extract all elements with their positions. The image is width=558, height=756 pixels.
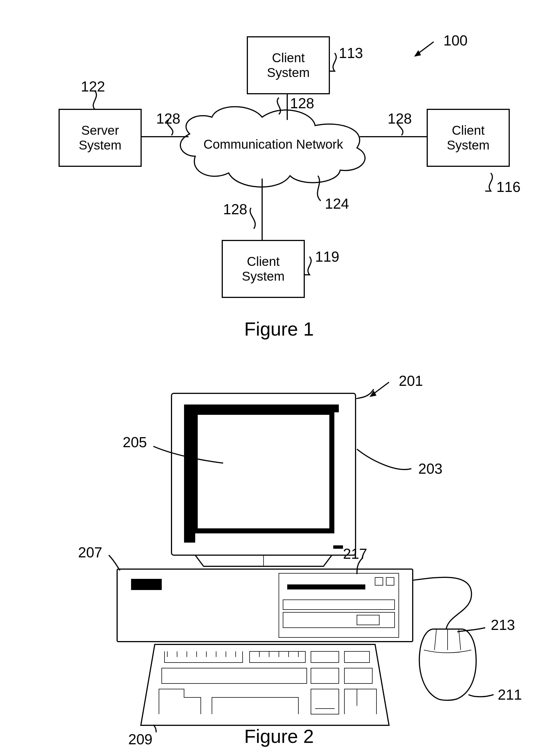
figure2-svg bbox=[0, 0, 558, 756]
svg-rect-7 bbox=[345, 651, 370, 662]
drive-slot bbox=[287, 584, 365, 589]
mouse-cable bbox=[413, 577, 472, 629]
drive-row-1 bbox=[283, 600, 395, 609]
svg-rect-8 bbox=[162, 668, 307, 683]
drive-btn2 bbox=[386, 577, 394, 585]
svg-rect-5 bbox=[250, 651, 305, 662]
page: Server System Client System Client Syste… bbox=[0, 0, 558, 756]
tower-badge bbox=[131, 579, 162, 590]
ref-211: 211 bbox=[498, 686, 522, 703]
svg-rect-9 bbox=[311, 668, 339, 683]
ref-201: 201 bbox=[399, 372, 423, 389]
svg-rect-4 bbox=[195, 412, 332, 531]
ref-203: 203 bbox=[418, 460, 442, 477]
svg-line-13 bbox=[459, 629, 461, 650]
mouse-icon bbox=[420, 629, 476, 700]
drive-eject bbox=[357, 615, 379, 625]
screen-bezel bbox=[184, 404, 339, 543]
drive-row-2 bbox=[283, 612, 395, 628]
svg-line-11 bbox=[434, 629, 436, 650]
arrow-201-icon bbox=[370, 382, 389, 397]
ref-213: 213 bbox=[491, 616, 515, 633]
keyboard-keys bbox=[159, 651, 377, 714]
lead-207 bbox=[109, 555, 120, 571]
ref-207: 207 bbox=[78, 544, 102, 561]
svg-rect-10 bbox=[345, 668, 372, 683]
monitor-led bbox=[333, 545, 343, 549]
lead-213 bbox=[457, 628, 485, 632]
drive-btn1 bbox=[375, 577, 383, 585]
ref-205: 205 bbox=[123, 434, 147, 451]
keyboard-outline bbox=[141, 645, 389, 725]
lead-203 bbox=[356, 389, 374, 399]
svg-rect-6 bbox=[311, 651, 339, 662]
ref-217: 217 bbox=[343, 545, 367, 562]
lead-211 bbox=[468, 695, 493, 697]
figure2-caption: Figure 2 bbox=[0, 725, 558, 747]
lead-203b bbox=[357, 449, 411, 470]
